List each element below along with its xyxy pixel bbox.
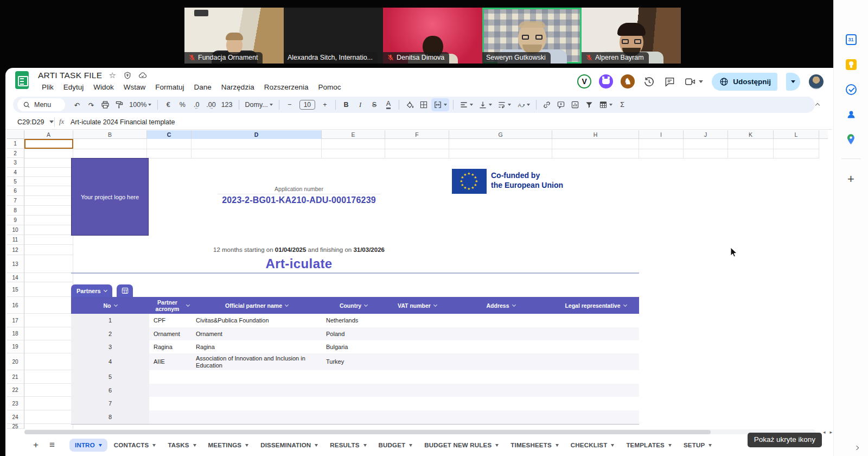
cell-official_name[interactable] [192,384,322,397]
partners-column-partner-acronym[interactable]: Partner acronym [149,297,192,314]
table-row[interactable]: 6 [71,384,639,397]
column-header-I[interactable]: I [639,130,684,139]
cell-legal_representative[interactable] [552,370,639,384]
meet-camera-icon[interactable] [684,75,704,88]
cell-vat[interactable] [385,397,449,410]
select-all-corner[interactable] [7,130,24,139]
contacts-icon[interactable] [845,109,857,121]
cell-vat[interactable] [385,340,449,353]
partners-column-vat-number[interactable]: VAT number [385,297,449,314]
extension-unicorn-icon[interactable]: ♞ [621,74,635,88]
comments-icon[interactable] [663,75,676,88]
tab-templates[interactable]: TEMPLATES [621,439,677,452]
row-header-12[interactable]: 12 [7,245,24,255]
bold-button[interactable]: B [340,98,353,111]
get-addons-button[interactable]: + [847,172,854,186]
cell-legal_representative[interactable] [552,410,639,424]
menu-formatuj[interactable]: Formatuj [150,82,189,92]
font-size-input[interactable]: 10 [297,98,317,111]
column-header-L[interactable]: L [774,130,819,139]
video-tile[interactable]: Fundacja Ornament [184,8,284,64]
cell-official_name[interactable] [192,397,322,410]
video-tile[interactable]: Denitsa Dimova [383,8,482,64]
text-rotation-button[interactable]: A [514,98,532,111]
undo-button[interactable]: ↶ [71,98,84,111]
table-row[interactable]: 3RaginaRaginaBulgaria [71,340,639,353]
row-header-20[interactable]: 20 [7,353,24,370]
decrease-font-size-button[interactable]: − [283,98,296,111]
row-header-17[interactable]: 17 [7,314,24,327]
row-header-18[interactable]: 18 [7,327,24,340]
tab-tasks[interactable]: TASKS [162,439,201,452]
cell-no[interactable]: 3 [71,340,149,353]
italic-button[interactable]: I [354,98,367,111]
cell-no[interactable]: 2 [71,327,149,340]
document-title[interactable]: ARTI TASK FILE [38,71,102,80]
row-header-1[interactable]: 1 [7,139,24,149]
video-tile[interactable]: Alperen Bayram [582,8,681,64]
cell-legal_representative[interactable] [552,397,639,410]
tab-budget-new-rules[interactable]: BUDGET NEW RULES [419,439,504,452]
column-header-A[interactable]: A [24,130,73,139]
cell-vat[interactable] [385,314,449,327]
extension-bot-icon[interactable] [599,74,613,88]
cell-acronym[interactable]: Ragina [149,340,192,353]
extension-v-icon[interactable]: V [577,74,591,88]
cell-vat[interactable] [385,384,449,397]
menu-edytuj[interactable]: Edytuj [59,82,89,92]
vertical-align-button[interactable] [476,98,494,111]
cell-acronym[interactable] [149,384,192,397]
chevron-right-icon[interactable] [854,446,859,450]
insert-chart-button[interactable] [569,98,582,111]
share-dropdown-button[interactable] [786,73,800,91]
cell-address[interactable] [449,353,552,370]
shield-lock-icon[interactable] [123,71,132,80]
cell-vat[interactable] [385,370,449,384]
cell-address[interactable] [449,397,552,410]
percent-format-button[interactable]: % [176,98,189,111]
name-box[interactable]: C29:D29 [5,118,53,126]
borders-button[interactable] [417,98,430,111]
row-header-16[interactable]: 16 [7,297,24,314]
cell-legal_representative[interactable] [552,327,639,340]
partners-column-country[interactable]: Country [322,297,385,314]
project-logo-placeholder[interactable]: Your project logo here [71,158,149,236]
functions-button[interactable]: Σ [616,98,629,111]
toolbar-search-menu[interactable]: Menu [17,98,65,111]
cell-acronym[interactable] [149,397,192,410]
row-header-2[interactable]: 2 [7,149,24,158]
application-number[interactable]: 2023-2-BG01-KA210-ADU-000176239 [163,195,435,205]
tab-timesheets[interactable]: TIMESHEETS [505,439,564,452]
column-header-J[interactable]: J [684,130,728,139]
column-header-E[interactable]: E [322,130,385,139]
row-header-13[interactable]: 13 [7,255,24,273]
menu-pomoc[interactable]: Pomoc [313,82,346,92]
tab-setup[interactable]: SETUP [678,439,717,452]
google-sheets-icon[interactable] [15,71,29,89]
account-avatar[interactable] [808,73,825,90]
insert-link-button[interactable] [540,98,553,111]
row-header-5[interactable]: 5 [7,177,24,186]
cell-official_name[interactable]: Civitas&Publica Foundation [192,314,322,327]
table-row[interactable]: 5 [71,370,639,384]
star-icon[interactable]: ☆ [107,71,117,80]
cell-legal_representative[interactable] [552,314,639,327]
column-header-H[interactable]: H [552,130,639,139]
cell-address[interactable] [449,384,552,397]
partners-column-address[interactable]: Address [449,297,552,314]
table-row[interactable]: 4AIIEAssociation of Innovation and Inclu… [71,353,639,370]
table-options-icon[interactable] [117,284,133,297]
partners-table[interactable]: NoPartner acronymOfficial partner nameCo… [71,297,639,425]
column-header-B[interactable]: B [73,130,147,139]
formula-content[interactable]: Art-iculate 2024 Financial template [71,118,175,126]
cell-acronym[interactable]: CPF [149,314,192,327]
menu-wstaw[interactable]: Wstaw [119,82,151,92]
row-header-9[interactable]: 9 [7,216,24,225]
create-filter-button[interactable] [583,98,596,111]
cell-country[interactable] [322,384,385,397]
print-button[interactable] [99,98,112,111]
version-history-icon[interactable] [642,75,655,88]
menu-widok[interactable]: Widok [88,82,119,92]
table-row[interactable]: 2OrnamentOrnamentPoland [71,327,639,340]
table-row[interactable]: 8 [71,410,639,424]
